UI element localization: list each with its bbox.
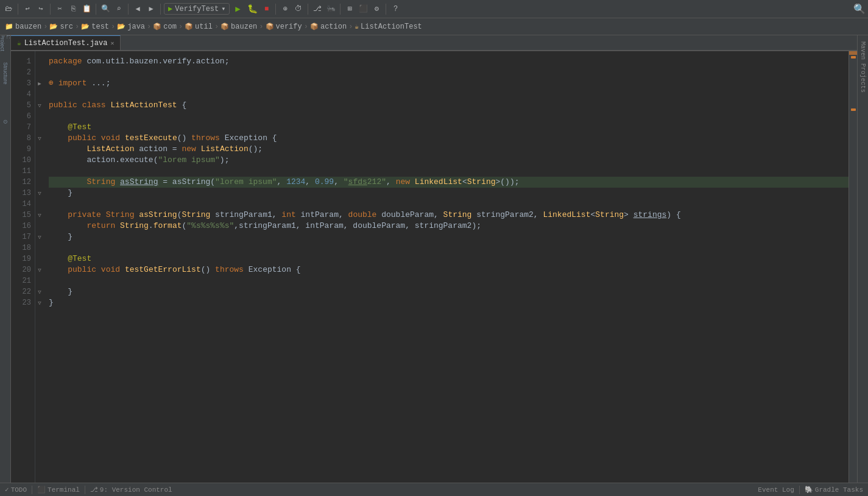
fold-class[interactable]: ▽ — [35, 100, 44, 111]
breadcrumb-sep-1: › — [43, 23, 48, 31]
toolbar-redo-icon[interactable]: ↪ — [35, 3, 47, 15]
bottom-right: Event Log 🐘 Gradle Tasks — [758, 486, 863, 494]
fold-method1[interactable]: ▽ — [35, 133, 44, 144]
code-line-16: return String.format("%s%s%s%s",stringPa… — [49, 221, 849, 232]
toolbar-help-icon[interactable]: ? — [389, 3, 401, 15]
code-line-7: @Test — [49, 122, 849, 133]
toolbar-coverage-icon[interactable]: ⊕ — [279, 3, 291, 15]
toolbar-folder-icon[interactable]: 🗁 — [2, 3, 15, 15]
breadcrumb-java-icon: 📂 — [117, 23, 125, 30]
breadcrumb-java-label: java — [127, 23, 145, 31]
todo-item[interactable]: ✓ TODO — [5, 486, 27, 494]
breadcrumb-sep-2: › — [75, 23, 79, 31]
debug-button[interactable]: 🐛 — [245, 2, 259, 16]
breadcrumb-util[interactable]: 📦 util — [185, 23, 213, 31]
side-nav-icon[interactable]: ⊙ — [1, 117, 10, 127]
toolbar-replace-icon[interactable]: ⌕ — [113, 3, 125, 15]
toolbar-profile-icon[interactable]: ⏱ — [292, 3, 305, 15]
breadcrumb-class-icon: ☕ — [355, 23, 359, 30]
breadcrumb-sep-4: › — [147, 23, 151, 31]
breadcrumb-sep-3: › — [111, 23, 115, 31]
right-scrollbar[interactable] — [849, 51, 857, 483]
breadcrumb-java[interactable]: 📂 java — [117, 23, 145, 31]
event-log-item[interactable]: Event Log — [758, 486, 794, 494]
breadcrumb-verify-label: verify — [276, 23, 302, 31]
code-line-21 — [49, 275, 849, 286]
breadcrumb-sep-5: › — [178, 23, 183, 31]
run-button[interactable]: ▶ — [231, 2, 244, 16]
tab-label-active: ListActionTest.java — [24, 39, 108, 48]
breadcrumb-sep-9: › — [348, 23, 353, 31]
run-config-label: VerifyTest — [175, 5, 219, 13]
breadcrumb-com-label: com — [163, 23, 177, 31]
code-line-17: } — [49, 232, 849, 243]
code-line-15: private String asString(String stringPar… — [49, 210, 849, 221]
toolbar-copy-icon[interactable]: ⎘ — [67, 3, 79, 15]
breadcrumb-listactiontest[interactable]: ☕ ListActionTest — [355, 23, 422, 31]
fold-method3[interactable]: ▽ — [35, 264, 44, 275]
breadcrumb-action-label: action — [320, 23, 347, 31]
run-config-selector[interactable]: ▶ VerifyTest ▾ — [164, 3, 230, 15]
code-line-6 — [49, 111, 849, 122]
code-line-3: ⊕ import ...; — [49, 78, 849, 89]
scroll-marker-mid1 — [851, 56, 856, 58]
code-line-13: } — [49, 188, 849, 199]
maven-projects-tab[interactable]: Maven Projects — [858, 38, 867, 96]
breadcrumb-src-label: src — [60, 23, 73, 31]
toolbar-sep-4 — [128, 4, 129, 15]
toolbar-stop-icon[interactable]: ■ — [260, 3, 272, 15]
bottom-bar: ✓ TODO ⬛ Terminal ⎇ 9: Version Control E… — [0, 483, 868, 496]
fold-method2-end[interactable]: ▽ — [35, 232, 44, 243]
toolbar-cut-icon[interactable]: ✂ — [54, 3, 66, 15]
code-line-1: package com.util.bauzen.verify.action; — [49, 56, 849, 67]
gradle-icon: 🐘 — [805, 486, 813, 494]
code-content[interactable]: package com.util.bauzen.verify.action; ⊕… — [44, 51, 849, 483]
gradle-label: Gradle Tasks — [815, 486, 863, 494]
toolbar-sep-7 — [308, 4, 308, 15]
toolbar-paste-icon[interactable]: 📋 — [80, 3, 93, 15]
fold-class-end[interactable]: ▽ — [35, 297, 44, 308]
fold-method3-end[interactable]: ▽ — [35, 286, 44, 297]
toolbar-forward-icon[interactable]: ▶ — [145, 3, 157, 15]
toolbar-sep-9 — [386, 4, 386, 15]
toolbar-ant-icon[interactable]: 🐜 — [325, 3, 337, 15]
toolbar-find-icon[interactable]: 🔍 — [99, 3, 111, 15]
gradle-tasks-item[interactable]: 🐘 Gradle Tasks — [805, 486, 863, 494]
terminal-item[interactable]: ⬛ Terminal — [37, 486, 80, 494]
toolbar-undo-icon[interactable]: ↩ — [21, 3, 34, 15]
fold-method1-end[interactable]: ▽ — [35, 188, 44, 199]
breadcrumb-bauzen2[interactable]: 📦 bauzen — [221, 23, 257, 31]
breadcrumb-test[interactable]: 📂 test — [81, 23, 109, 31]
toolbar-sep-1 — [18, 4, 18, 15]
tab-listactiontest-java[interactable]: ☕ ListActionTest.java ✕ — [11, 35, 121, 50]
breadcrumb-action[interactable]: 📦 action — [310, 23, 347, 31]
tab-close-active[interactable]: ✕ — [110, 40, 114, 47]
scroll-marker-mid2 — [851, 108, 856, 111]
bottom-sep-2 — [85, 486, 85, 494]
breadcrumb-util-icon: 📦 — [185, 23, 193, 30]
breadcrumb-com[interactable]: 📦 com — [153, 23, 177, 31]
fold-import[interactable]: ▶ — [35, 78, 44, 89]
breadcrumb-bauzen[interactable]: 📁 bauzen — [5, 23, 41, 31]
run-config-arrow: ▾ — [221, 4, 225, 13]
side-project-icon[interactable]: 1: Project — [1, 38, 10, 48]
toolbar-sep-5 — [160, 4, 161, 15]
side-structure-icon[interactable]: Structure — [1, 68, 10, 78]
breadcrumb-src[interactable]: 📂 src — [49, 23, 73, 31]
toolbar-terminal-icon[interactable]: ⬛ — [357, 3, 369, 15]
breadcrumb-test-label: test — [91, 23, 109, 31]
toolbar-sep-3 — [96, 4, 96, 15]
breadcrumb-util-label: util — [195, 23, 213, 31]
toolbar-settings-icon[interactable]: ⚙ — [370, 3, 383, 15]
code-editor[interactable]: 1 2 3 4 5 6 7 8 9 10 11 12 13 14 15 16 1… — [11, 51, 857, 483]
toolbar-vcs-icon[interactable]: ⎇ — [311, 3, 323, 15]
toolbar-sep-8 — [340, 4, 340, 15]
version-control-item[interactable]: ⎇ 9: Version Control — [90, 486, 172, 494]
fold-method2[interactable]: ▽ — [35, 210, 44, 221]
toolbar-back-icon[interactable]: ◀ — [132, 3, 144, 15]
toolbar-sep-2 — [50, 4, 51, 15]
bottom-sep-1 — [32, 486, 32, 494]
toolbar-search-everywhere-icon[interactable]: 🔍 — [853, 3, 866, 15]
toolbar-layout-icon[interactable]: ⊞ — [344, 3, 356, 15]
breadcrumb-verify[interactable]: 📦 verify — [266, 23, 302, 31]
